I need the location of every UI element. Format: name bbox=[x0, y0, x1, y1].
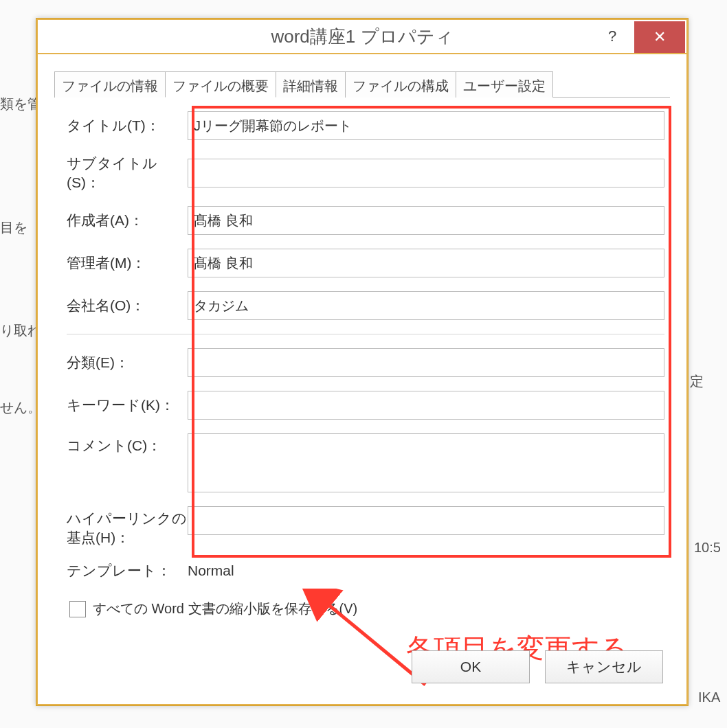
bg-text: り取れ bbox=[0, 321, 41, 340]
category-input[interactable] bbox=[188, 348, 664, 377]
bg-text: 10:5 bbox=[694, 540, 721, 556]
help-button[interactable]: ? bbox=[592, 20, 633, 53]
ok-button[interactable]: OK bbox=[412, 650, 530, 683]
dialog-buttons: OK キャンセル bbox=[412, 650, 663, 683]
subtitle-input[interactable] bbox=[188, 159, 664, 187]
titlebar[interactable]: word講座1 プロパティ ? ✕ bbox=[36, 19, 688, 54]
save-thumbnail-row[interactable]: すべての Word 文書の縮小版を保存する(V) bbox=[67, 600, 664, 618]
template-label: テンプレート： bbox=[67, 561, 188, 580]
cancel-button[interactable]: キャンセル bbox=[545, 650, 663, 683]
separator bbox=[67, 334, 664, 334]
manager-input[interactable] bbox=[188, 249, 664, 277]
title-input[interactable] bbox=[188, 111, 664, 140]
tab-file-contents[interactable]: ファイルの構成 bbox=[345, 71, 456, 98]
bg-text: 類を管 bbox=[0, 95, 41, 113]
bg-text: 定 bbox=[690, 372, 704, 391]
close-icon: ✕ bbox=[653, 28, 666, 46]
author-input[interactable] bbox=[188, 206, 664, 235]
company-input[interactable] bbox=[188, 291, 664, 320]
dialog-body: ファイルの情報 ファイルの概要 詳細情報 ファイルの構成 ユーザー設定 タイトル… bbox=[36, 54, 688, 705]
bg-text: 目を bbox=[0, 218, 27, 237]
bg-text: せん。 bbox=[0, 398, 41, 417]
hyperlink-base-input[interactable] bbox=[188, 506, 664, 535]
keywords-input[interactable] bbox=[188, 391, 664, 420]
comments-input[interactable] bbox=[188, 433, 664, 492]
tab-details[interactable]: 詳細情報 bbox=[276, 71, 346, 98]
save-thumbnail-checkbox[interactable] bbox=[69, 601, 86, 617]
tab-file-info[interactable]: ファイルの情報 bbox=[54, 71, 166, 98]
title-label: タイトル(T)： bbox=[67, 116, 188, 135]
author-label: 作成者(A)： bbox=[67, 211, 188, 230]
tab-strip: ファイルの情報 ファイルの概要 詳細情報 ファイルの構成 ユーザー設定 bbox=[54, 71, 670, 98]
tab-custom[interactable]: ユーザー設定 bbox=[456, 71, 553, 98]
comments-label: コメント(C)： bbox=[67, 433, 188, 455]
properties-dialog: word講座1 プロパティ ? ✕ ファイルの情報 ファイルの概要 詳細情報 フ… bbox=[36, 18, 689, 706]
tab-file-summary[interactable]: ファイルの概要 bbox=[165, 71, 276, 98]
save-thumbnail-label: すべての Word 文書の縮小版を保存する(V) bbox=[93, 600, 357, 618]
manager-label: 管理者(M)： bbox=[67, 253, 188, 273]
subtitle-label: サブタイトル(S)： bbox=[67, 154, 188, 192]
form-area: タイトル(T)： サブタイトル(S)： 作成者(A)： 管理者(M)： 会社名(… bbox=[54, 98, 670, 618]
bg-text: IKA bbox=[698, 690, 720, 705]
keywords-label: キーワード(K)： bbox=[67, 396, 188, 415]
close-button[interactable]: ✕ bbox=[634, 21, 685, 53]
company-label: 会社名(O)： bbox=[67, 296, 188, 315]
template-value: Normal bbox=[188, 562, 234, 579]
hyperlink-base-label: ハイパーリンクの 基点(H)： bbox=[67, 506, 188, 547]
category-label: 分類(E)： bbox=[67, 353, 188, 372]
dialog-title: word講座1 プロパティ bbox=[271, 25, 453, 49]
